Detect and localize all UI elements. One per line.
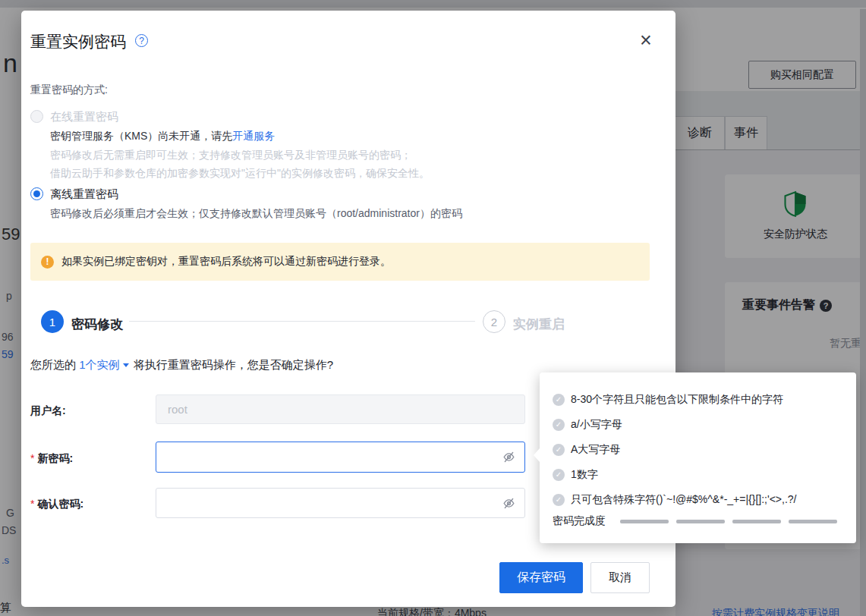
username-field xyxy=(156,394,525,424)
keypair-warning-banner: ! 如果实例已绑定密钥对，重置密码后系统将可以通过新密码进行登录。 xyxy=(30,243,650,281)
new-password-field xyxy=(156,442,525,473)
radio-offline-label[interactable]: 离线重置密码 xyxy=(50,187,118,202)
rule-uppercase: ✓ A大写字母 xyxy=(553,437,846,462)
new-password-label: *新密码: xyxy=(30,452,73,466)
rule-special-chars: ✓ 只可包含特殊字符()`~!@#$%^&*-_+=|{}[]:;'<>,.?/ xyxy=(553,487,846,512)
confirm-sentence: 您所选的 1个实例 将执行重置密码操作，您是否确定操作? xyxy=(30,358,333,372)
strength-bar xyxy=(676,520,725,523)
eye-off-icon[interactable] xyxy=(500,449,517,466)
password-rules-tooltip: ✓ 8-30个字符且只能包含以下限制条件中的字符 ✓ a/小写字母 ✓ A大写字… xyxy=(540,372,856,543)
step-connector xyxy=(129,321,475,322)
rule-digit: ✓ 1数字 xyxy=(553,462,846,487)
check-circle-icon: ✓ xyxy=(553,419,565,431)
new-password-input[interactable] xyxy=(156,442,500,472)
rule-lowercase: ✓ a/小写字母 xyxy=(553,412,846,437)
required-mark: * xyxy=(30,498,34,510)
strength-bar xyxy=(789,520,837,523)
strength-bar xyxy=(732,520,781,523)
check-circle-icon: ✓ xyxy=(553,494,565,506)
chevron-down-icon[interactable] xyxy=(123,363,129,367)
warning-icon: ! xyxy=(41,256,54,269)
check-circle-icon: ✓ xyxy=(553,444,565,456)
save-password-button[interactable]: 保存密码 xyxy=(499,562,583,593)
required-mark: * xyxy=(30,452,34,464)
strength-label: 密码完成度 xyxy=(553,514,606,528)
enable-kms-link[interactable]: 开通服务 xyxy=(232,130,275,142)
instance-count-link[interactable]: 1个实例 xyxy=(79,358,119,371)
confirm-password-label: *确认密码: xyxy=(30,498,83,511)
step-2-circle: 2 xyxy=(483,310,505,333)
modal-title: 重置实例密码 xyxy=(30,31,126,52)
online-desc-1: 密码修改后无需重启即可生效；支持修改管理员账号及非管理员账号的密码； xyxy=(50,149,411,162)
radio-online-label[interactable]: 在线重置密码 xyxy=(50,110,118,124)
warning-text: 如果实例已绑定密钥对，重置密码后系统将可以通过新密码进行登录。 xyxy=(61,255,391,269)
rule-length: ✓ 8-30个字符且只能包含以下限制条件中的字符 xyxy=(553,387,846,412)
step-1-circle: 1 xyxy=(41,310,64,333)
check-circle-icon: ✓ xyxy=(553,469,565,481)
eye-off-icon[interactable] xyxy=(500,495,517,511)
strength-bars xyxy=(620,520,837,523)
method-section-label: 重置密码的方式: xyxy=(30,83,108,97)
radio-offline-reset[interactable] xyxy=(30,187,43,200)
step-2-label: 实例重启 xyxy=(513,316,565,333)
confirm-password-input[interactable] xyxy=(156,489,500,517)
offline-desc: 密码修改后必须重启才会生效；仅支持修改默认管理员账号（root/administ… xyxy=(50,207,462,221)
title-help-icon[interactable]: ? xyxy=(135,34,148,47)
cancel-button[interactable]: 取消 xyxy=(590,562,650,593)
close-icon[interactable]: × xyxy=(635,29,657,52)
password-strength-row: 密码完成度 xyxy=(553,514,846,528)
online-desc-2: 借助云助手和参数仓库的加密参数实现对"运行中"的实例修改密码，确保安全性。 xyxy=(50,167,430,181)
username-label: 用户名: xyxy=(30,404,66,418)
strength-bar xyxy=(620,520,669,523)
username-input[interactable] xyxy=(156,395,524,423)
confirm-password-field xyxy=(156,488,525,518)
step-1-label: 密码修改 xyxy=(71,316,123,333)
kms-notice: 密钥管理服务（KMS）尚未开通，请先开通服务 xyxy=(50,130,275,143)
check-circle-icon: ✓ xyxy=(553,394,565,406)
radio-online-reset[interactable] xyxy=(30,110,43,123)
